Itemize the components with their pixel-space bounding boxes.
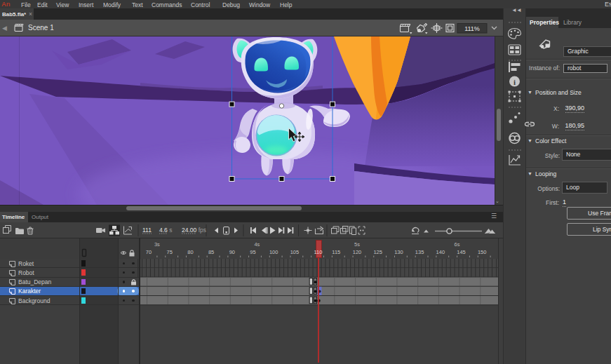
svg-text:145: 145 <box>457 249 466 255</box>
svg-text:90: 90 <box>229 249 235 255</box>
svg-text:115: 115 <box>332 249 340 255</box>
svg-text:4s: 4s <box>254 241 260 248</box>
svg-text:5s: 5s <box>354 241 360 248</box>
svg-text:4.6 s: 4.6 s <box>159 227 172 234</box>
svg-text:135: 135 <box>415 249 424 255</box>
svg-text:125: 125 <box>373 249 382 255</box>
svg-text:24.00 fps: 24.00 fps <box>182 227 206 234</box>
svg-text:6s: 6s <box>455 241 460 248</box>
svg-text:120: 120 <box>353 249 362 255</box>
svg-text:140: 140 <box>436 249 445 255</box>
svg-text:150: 150 <box>478 249 487 255</box>
svg-text:111%: 111% <box>464 25 480 32</box>
svg-text:70: 70 <box>146 249 152 255</box>
svg-text:95: 95 <box>250 249 255 255</box>
svg-text:130: 130 <box>394 249 403 255</box>
svg-text:80: 80 <box>187 249 193 255</box>
svg-text:85: 85 <box>208 249 214 255</box>
svg-text:100: 100 <box>269 249 278 255</box>
svg-text:i: i <box>513 78 516 86</box>
svg-text:111: 111 <box>142 227 152 234</box>
svg-text:3s: 3s <box>154 241 160 248</box>
svg-text:105: 105 <box>290 249 300 255</box>
svg-text:75: 75 <box>167 249 173 255</box>
